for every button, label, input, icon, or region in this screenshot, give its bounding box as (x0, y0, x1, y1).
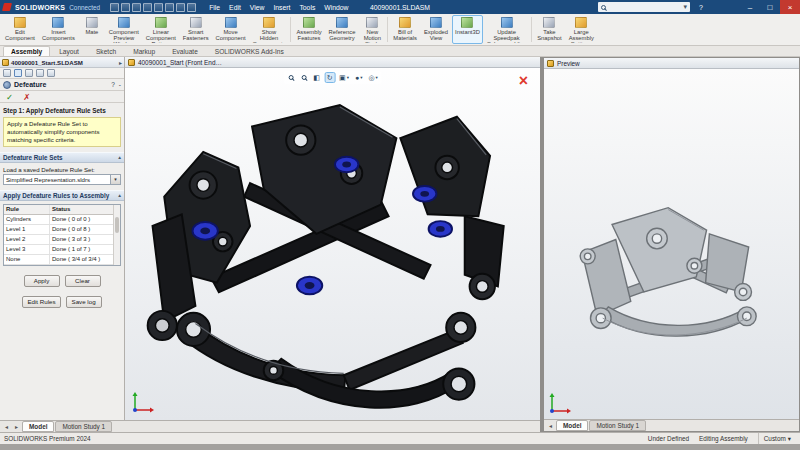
tab-model[interactable]: Model (22, 421, 54, 432)
ribbon-button-new-motion-study[interactable]: New Motion Study (359, 15, 385, 44)
assembly-model[interactable] (133, 77, 533, 415)
graphics-viewport[interactable]: 40090001_Start (Front End… ◧ ↻ ▣▾ ●▾ ◎▾ … (125, 57, 540, 420)
view-orientation-button[interactable]: ▣▾ (337, 72, 351, 83)
undo-icon[interactable] (154, 3, 163, 12)
minimize-button[interactable]: – (740, 0, 760, 14)
ribbon-button-insert-components[interactable]: Insert Components (39, 15, 78, 44)
rotate-view-icon: ↻ (327, 74, 333, 82)
defeature-panel-header: Defeature ? - (0, 79, 124, 91)
ruleset-dropdown[interactable]: Simplified Representation.sldrs ▾ (3, 174, 121, 185)
heads-up-view-toolbar: ◧ ↻ ▣▾ ●▾ ◎▾ (283, 71, 382, 84)
table-row[interactable]: Level 3 Done ( 1 of 7 ) (4, 245, 113, 255)
cancel-x-icon[interactable]: ✗ (23, 92, 30, 102)
menu-edit[interactable]: Edit (228, 4, 242, 11)
ribbon-button-assembly-features[interactable]: Assembly Features (293, 15, 324, 44)
tab-motion-study-1[interactable]: Motion Study 1 (55, 421, 112, 432)
show-hidden-components-icon (263, 17, 275, 28)
search-dropdown-icon[interactable]: ▾ (683, 3, 687, 11)
table-row[interactable]: Cylinders Done ( 0 of 0 ) (4, 215, 113, 225)
new-motion-study-icon (366, 17, 378, 28)
clear-button[interactable]: Clear (65, 275, 101, 287)
ribbon-button-linear-component-pattern[interactable]: Linear Component Pattern (143, 15, 179, 44)
redo-icon[interactable] (165, 3, 174, 12)
group-header-rule-sets[interactable]: Defeature Rule Sets ▴ (0, 152, 124, 163)
simplified-assembly-model[interactable] (554, 187, 788, 351)
viewport-title: 40090001_Start (Front End… (138, 59, 222, 66)
tab-sketch[interactable]: Sketch (88, 46, 124, 56)
save-log-button[interactable]: Save log (66, 296, 102, 308)
rotate-view-button[interactable]: ↻ (324, 72, 335, 83)
propertymanager-tab-icon[interactable] (14, 69, 22, 77)
panel-pin-icon[interactable]: - (119, 81, 121, 88)
edit-rules-button[interactable]: Edit Rules (22, 296, 60, 308)
dropdown-icon: ▾ (347, 75, 349, 80)
table-row[interactable]: None Done ( 3/4 of 3/4 ) (4, 255, 113, 265)
menu-tools[interactable]: Tools (298, 4, 316, 11)
ribbon-button-component-preview-window[interactable]: Component Preview Window (106, 15, 142, 44)
open-file-icon[interactable] (121, 3, 130, 12)
tab-motion-study-1[interactable]: Motion Study 1 (589, 420, 646, 431)
tab-scroll-right-icon[interactable]: ▸ (12, 423, 21, 430)
zoom-to-fit-button[interactable] (285, 72, 296, 83)
print-icon[interactable] (143, 3, 152, 12)
view-orientation-icon: ▣ (339, 74, 346, 82)
maximize-button[interactable]: □ (760, 0, 780, 14)
search-box[interactable]: ▾ (598, 2, 690, 12)
group-header-apply-rules[interactable]: Apply Defeature Rules to Assembly ▴ (0, 190, 124, 201)
ribbon-button-bill-of-materials[interactable]: Bill of Materials (390, 15, 420, 44)
configurationmanager-tab-icon[interactable] (25, 69, 33, 77)
help-icon[interactable]: ? (694, 0, 708, 14)
tab-solidworks-add-ins[interactable]: SOLIDWORKS Add-Ins (207, 46, 292, 56)
ribbon-button-large-assembly-settings[interactable]: Large Assembly Settings (566, 15, 597, 44)
search-input[interactable] (608, 4, 681, 10)
tab-assembly[interactable]: Assembly (3, 46, 50, 56)
ribbon-button-update-speedpak-subassemblies[interactable]: Update Speedpak Subassemblies (484, 15, 529, 44)
rebuild-icon[interactable] (176, 3, 185, 12)
ok-check-icon[interactable]: ✓ (6, 92, 13, 102)
flyout-arrow-icon[interactable]: ▸ (119, 59, 122, 66)
section-view-button[interactable]: ◧ (311, 72, 322, 83)
dimxpertmanager-tab-icon[interactable] (36, 69, 44, 77)
featuremanager-tab-icon[interactable] (3, 69, 11, 77)
ribbon-button-instant3d[interactable]: Instant3D (452, 15, 483, 44)
apply-button[interactable]: Apply (24, 275, 60, 287)
configuration-selector[interactable]: Custom ▾ (758, 433, 796, 444)
ribbon-button-show-hidden-components[interactable]: Show Hidden Components (250, 15, 289, 44)
tab-scroll-left-icon[interactable]: ◂ (2, 423, 11, 430)
menu-insert[interactable]: Insert (272, 4, 291, 11)
preview-viewport[interactable] (544, 69, 799, 419)
options-icon[interactable] (187, 3, 196, 12)
ribbon-button-take-snapshot[interactable]: Take Snapshot (534, 15, 565, 44)
zoom-to-area-button[interactable] (298, 72, 309, 83)
tab-evaluate[interactable]: Evaluate (164, 46, 206, 56)
window-controls: – □ × (740, 0, 800, 14)
ribbon-button-reference-geometry[interactable]: Reference Geometry (326, 15, 359, 44)
ribbon-button-move-component[interactable]: Move Component (213, 15, 249, 44)
panel-help-icon[interactable]: ? (111, 81, 115, 88)
table-row[interactable]: Level 1 Done ( 0 of 8 ) (4, 225, 113, 235)
ribbon-button-exploded-view[interactable]: Exploded View (421, 15, 451, 44)
status-bar: SOLIDWORKS Premium 2024 Under Defined Ed… (0, 432, 800, 444)
close-button[interactable]: × (780, 0, 800, 14)
menu-window[interactable]: Window (323, 4, 349, 11)
cancel-defeature-icon[interactable]: × (519, 73, 528, 89)
ribbon-button-edit-component[interactable]: Edit Component (2, 15, 38, 44)
feature-tree-document-tab[interactable]: 40090001_Start.SLDASM ▸ (0, 57, 124, 68)
new-file-icon[interactable] (110, 3, 119, 12)
ribbon-button-smart-fasteners[interactable]: Smart Fasteners (180, 15, 212, 44)
tab-layout[interactable]: Layout (51, 46, 87, 56)
displaymanager-tab-icon[interactable] (47, 69, 55, 77)
dropdown-arrow-icon[interactable]: ▾ (110, 175, 120, 184)
display-style-button[interactable]: ●▾ (353, 72, 365, 83)
ribbon-button-mate[interactable]: Mate (79, 15, 105, 44)
table-row[interactable]: Level 2 Done ( 3 of 3 ) (4, 235, 113, 245)
menu-view[interactable]: View (249, 4, 266, 11)
menu-file[interactable]: File (208, 4, 221, 11)
tab-scroll-left-icon[interactable]: ◂ (546, 422, 555, 429)
table-scrollbar[interactable] (113, 205, 120, 265)
tab-model[interactable]: Model (556, 420, 588, 431)
hide-show-items-button[interactable]: ◎▾ (367, 72, 380, 83)
tab-markup[interactable]: Markup (125, 46, 163, 56)
save-icon[interactable] (132, 3, 141, 12)
scrollbar-thumb[interactable] (115, 217, 119, 233)
